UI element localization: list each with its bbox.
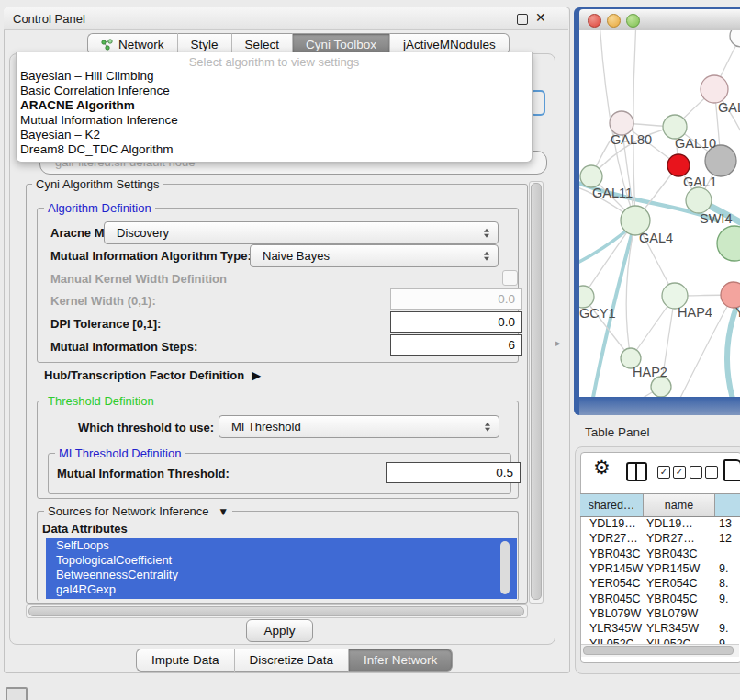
column-header-shared-name[interactable]: shared… [580, 494, 644, 516]
data-attributes-list[interactable]: SelfLoopsTopologicalCoefficientBetweenne… [46, 538, 517, 599]
table-cell: YPR145W [644, 562, 715, 575]
which-threshold-combo[interactable]: MI Threshold [219, 415, 499, 438]
table-row[interactable]: YLR345WYLR345W9. [580, 621, 740, 636]
table-cell: YBR043C [644, 548, 715, 560]
zoom-traffic-light-icon[interactable] [626, 14, 640, 28]
tab-style-label: Style [191, 38, 219, 51]
network-canvas[interactable]: GALGAL80GAL10GAL1SWI4GAL11GAL4GCY1HAP4YH… [579, 30, 740, 397]
algorithm-option[interactable]: Basic Correlation Inference [17, 84, 532, 98]
collapse-arrow-icon[interactable]: ▼ [218, 505, 229, 518]
collapsed-panel-icon[interactable] [6, 687, 28, 700]
network-node-label: GAL80 [611, 132, 652, 147]
tab-discretize-data-label: Discretize Data [250, 653, 334, 667]
network-node[interactable] [730, 30, 740, 47]
table-row[interactable]: YDL19…YDL19…13 [580, 516, 740, 531]
table-cell: 9. [715, 593, 740, 605]
network-graph: GALGAL80GAL10GAL1SWI4GAL11GAL4GCY1HAP4YH… [579, 30, 740, 397]
network-node-gcy1[interactable] [579, 286, 594, 308]
column-header-partial[interactable] [715, 494, 740, 516]
network-node-gal[interactable] [701, 75, 728, 103]
close-traffic-light-icon[interactable] [588, 14, 601, 28]
table-row[interactable]: YBL079WYBL079W [580, 606, 740, 621]
cyni-algorithm-settings-label: Cyni Algorithm Settings [32, 177, 163, 191]
data-attribute-item[interactable]: BetweennessCentrality [46, 568, 517, 582]
mi-threshold-definition-label: MI Threshold Definition [55, 446, 185, 460]
network-window-frame-bottom [579, 397, 740, 415]
aracne-mode-combo[interactable]: Discovery [104, 221, 499, 244]
algorithm-option[interactable]: ARACNE Algorithm [17, 98, 532, 113]
spinner-arrows-icon [485, 422, 490, 432]
data-attribute-item[interactable]: SelfLoops [46, 538, 517, 553]
data-attribute-item[interactable]: TopologicalCoefficient [46, 553, 517, 568]
table-row[interactable]: YPR145WYPR145W9. [580, 561, 740, 576]
mi-steps-field[interactable]: 6 [390, 334, 522, 356]
gear-icon[interactable]: ⚙ [593, 457, 611, 478]
network-node[interactable] [717, 226, 740, 261]
minimize-traffic-light-icon[interactable] [607, 14, 621, 28]
column-layout-icon[interactable] [626, 462, 647, 481]
attributes-list-scrollbar[interactable] [500, 541, 510, 594]
algorithm-option[interactable]: Mutual Information Inference [17, 113, 532, 128]
threshold-definition-label: Threshold Definition [44, 394, 158, 408]
table-cell: YPR145W [580, 562, 644, 575]
screen: { "colors": { "selection_blue": "#3f6ad4… [0, 0, 740, 700]
mi-algorithm-type-combo[interactable]: Naive Bayes [250, 244, 499, 267]
close-icon[interactable]: ✕ [535, 10, 546, 25]
table-row[interactable]: YER054CYER054C8. [580, 576, 740, 591]
column-header-name[interactable]: name [644, 494, 715, 516]
data-attribute-item[interactable]: gal4RGexp [46, 582, 517, 597]
table-cell: YBR045C [644, 593, 715, 605]
bottom-tabbar: Impute Data Discretize Data Infer Networ… [136, 649, 453, 670]
select-all-checkboxes-icon[interactable]: ✓✓ [657, 466, 689, 479]
table-horizontal-scrollbar-thumb[interactable] [583, 646, 734, 655]
mi-steps-label: Mutual Information Steps: [50, 340, 197, 354]
tab-cyni-toolbox-label: Cyni Toolbox [306, 38, 376, 51]
which-threshold-label: Which threshold to use: [78, 421, 214, 435]
settings-horizontal-scrollbar-thumb[interactable] [28, 606, 524, 616]
deselect-all-checkboxes-icon[interactable] [690, 466, 721, 479]
table-row[interactable]: YDR27…YDR27…12 [580, 531, 740, 546]
apply-button[interactable]: Apply [246, 619, 313, 642]
expand-arrow-icon[interactable]: ▶ [252, 368, 261, 382]
document-icon[interactable] [723, 459, 740, 481]
table-header-row: shared… name [580, 493, 740, 517]
mi-algorithm-type-value: Naive Bayes [263, 249, 330, 263]
checked-box-icon: ✓ [657, 466, 670, 479]
sources-label[interactable]: Sources for Network Inference ▼ [44, 504, 232, 518]
table-row[interactable]: YBR043CYBR043C [580, 547, 740, 561]
tab-infer-network[interactable]: Infer Network [349, 649, 453, 672]
network-node-swi4[interactable] [686, 187, 712, 213]
table-cell: 8. [715, 577, 740, 590]
table-cell: YLR345W [580, 622, 644, 635]
mi-threshold-label: Mutual Information Threshold: [57, 467, 230, 480]
algorithm-option[interactable]: Dream8 DC_TDC Algorithm [17, 142, 532, 157]
network-node-gal1[interactable] [667, 154, 690, 176]
table-cell: 13 [715, 517, 740, 530]
table-row[interactable]: YBR045CYBR045C9. [580, 591, 740, 605]
float-panel-icon[interactable] [517, 14, 528, 25]
network-edge[interactable] [727, 256, 740, 397]
control-panel-tabbar: Network Style Select Cyni Toolbox jActiv… [87, 33, 510, 53]
tab-discretize-data[interactable]: Discretize Data [235, 649, 350, 672]
algorithm-option[interactable]: Bayesian – Hill Climbing [17, 69, 532, 84]
splitter-arrow-icon[interactable]: ▸ [555, 337, 561, 349]
tab-impute-data[interactable]: Impute Data [136, 649, 235, 672]
spinner-arrows-icon [484, 228, 489, 238]
algorithm-option[interactable]: Bayesian – K2 [17, 128, 532, 142]
dpi-tolerance-field[interactable]: 0.0 [390, 311, 522, 333]
settings-vertical-scrollbar-thumb[interactable] [531, 183, 542, 600]
network-node-gal11[interactable] [580, 165, 602, 187]
manual-kernel-width-checkbox[interactable] [502, 270, 518, 286]
kernel-width-field[interactable]: 0.0 [390, 288, 522, 310]
table-cell: YDR27… [644, 532, 715, 545]
hub-definition-label[interactable]: Hub/Transcription Factor Definition▶ [44, 368, 261, 382]
network-node[interactable] [651, 377, 671, 397]
dpi-tolerance-label: DPI Tolerance [0,1]: [50, 317, 161, 331]
network-node-y[interactable] [721, 282, 740, 308]
network-node-label: SWI4 [700, 211, 732, 226]
data-attributes-label: Data Attributes [42, 522, 128, 536]
mi-threshold-field[interactable]: 0.5 [386, 462, 521, 483]
unchecked-box-icon [690, 466, 702, 479]
tab-select-label: Select [245, 38, 280, 51]
network-window-titlebar[interactable] [579, 9, 740, 31]
